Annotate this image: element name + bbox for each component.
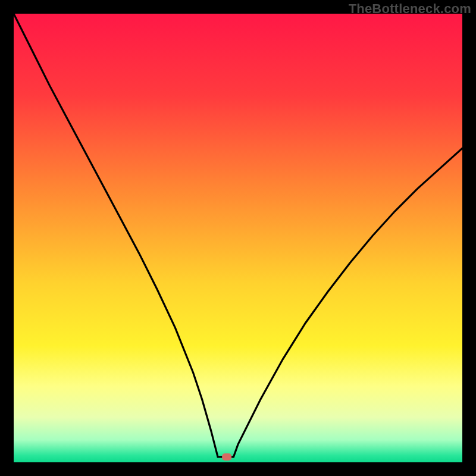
gradient-background <box>14 14 462 462</box>
plot-area <box>14 14 462 462</box>
optimum-marker <box>222 453 231 461</box>
watermark-label: TheBottleneck.com <box>349 1 471 17</box>
chart-container: TheBottleneck.com <box>0 0 476 476</box>
bottleneck-chart <box>14 14 462 462</box>
